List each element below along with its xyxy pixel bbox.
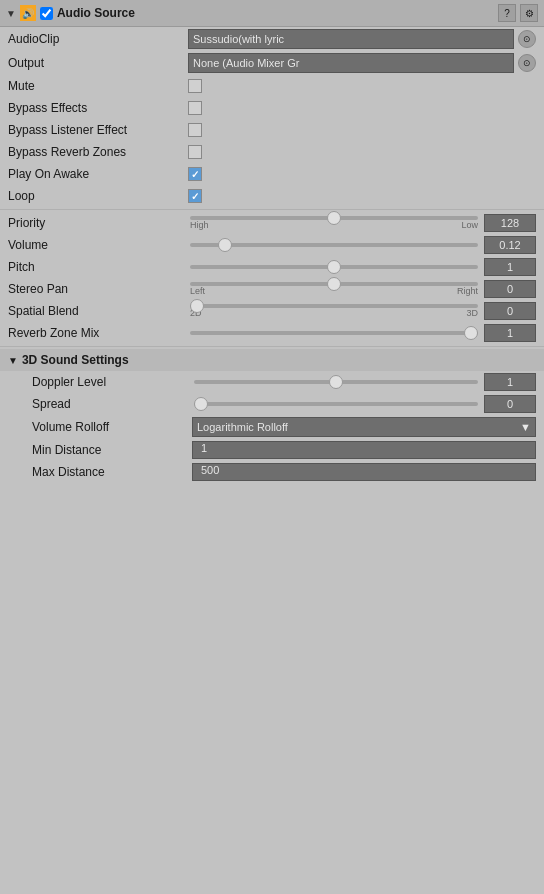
max-distance-row: Max Distance 500 xyxy=(0,461,544,483)
volume-track-row xyxy=(188,243,480,247)
audioclip-field[interactable]: Sussudio(with lyric xyxy=(188,29,514,49)
spatial-blend-control: 2D 3D 0 xyxy=(188,302,536,320)
doppler-row: Doppler Level 1 xyxy=(0,371,544,393)
priority-control: High Low 128 xyxy=(188,214,536,232)
priority-track-row xyxy=(188,216,480,220)
output-picker[interactable]: ⊙ xyxy=(518,54,536,72)
audioclip-row: AudioClip Sussudio(with lyric ⊙ xyxy=(0,27,544,51)
pitch-row: Pitch 1 xyxy=(0,256,544,278)
reverb-zone-value[interactable]: 1 xyxy=(484,324,536,342)
volume-thumb[interactable] xyxy=(218,238,232,252)
volume-slider-container xyxy=(188,243,480,247)
spatial-blend-track[interactable] xyxy=(190,304,478,308)
volume-row: Volume 0.12 xyxy=(0,234,544,256)
loop-checkbox[interactable]: ✓ xyxy=(188,189,202,203)
doppler-thumb[interactable] xyxy=(329,375,343,389)
stereo-pan-value[interactable]: 0 xyxy=(484,280,536,298)
loop-checkmark-icon: ✓ xyxy=(191,191,199,202)
spread-track[interactable] xyxy=(194,402,478,406)
stereo-pan-track-row xyxy=(188,282,480,286)
doppler-track[interactable] xyxy=(194,380,478,384)
stereo-pan-track[interactable] xyxy=(190,282,478,286)
volume-rolloff-row: Volume Rolloff Logarithmic Rolloff ▼ xyxy=(0,415,544,439)
volume-rolloff-field[interactable]: Logarithmic Rolloff ▼ xyxy=(192,417,536,437)
sound3d-title: 3D Sound Settings xyxy=(22,353,129,367)
min-distance-input[interactable]: 1 xyxy=(192,441,536,459)
collapse-arrow[interactable]: ▼ xyxy=(6,8,16,19)
bypass-listener-checkbox[interactable] xyxy=(188,123,202,137)
spread-track-row xyxy=(192,402,480,406)
spatial-blend-row: Spatial Blend 2D 3D 0 xyxy=(0,300,544,322)
stereo-pan-label: Stereo Pan xyxy=(8,282,188,296)
pitch-label: Pitch xyxy=(8,260,188,274)
spatial-blend-max-label: 3D xyxy=(466,308,478,318)
audio-source-panel: ▼ 🔊 Audio Source ? ⚙ AudioClip Sussudio(… xyxy=(0,0,544,483)
doppler-track-row xyxy=(192,380,480,384)
mute-label: Mute xyxy=(8,79,188,93)
dropdown-arrow-icon: ▼ xyxy=(520,421,531,433)
audioclip-control: Sussudio(with lyric ⊙ xyxy=(188,29,536,49)
checkmark-icon: ✓ xyxy=(191,169,199,180)
max-distance-input[interactable]: 500 xyxy=(192,463,536,481)
spatial-blend-labels: 2D 3D xyxy=(188,308,480,318)
settings-button[interactable]: ⚙ xyxy=(520,4,538,22)
volume-value[interactable]: 0.12 xyxy=(484,236,536,254)
spatial-blend-slider-container: 2D 3D xyxy=(188,304,480,318)
audio-icon: 🔊 xyxy=(20,5,36,21)
volume-rolloff-control: Logarithmic Rolloff ▼ xyxy=(192,417,536,437)
output-label: Output xyxy=(8,56,188,70)
divider-2 xyxy=(0,346,544,347)
priority-slider-container: High Low xyxy=(188,216,480,230)
min-distance-value: 1 xyxy=(197,440,211,456)
spread-thumb[interactable] xyxy=(194,397,208,411)
audioclip-value: Sussudio(with lyric xyxy=(193,33,284,45)
spread-control: 0 xyxy=(192,395,536,413)
output-control: None (Audio Mixer Gr ⊙ xyxy=(188,53,536,73)
audioclip-picker[interactable]: ⊙ xyxy=(518,30,536,48)
play-on-awake-checkbox[interactable]: ✓ xyxy=(188,167,202,181)
reverb-zone-row: Reverb Zone Mix 1 xyxy=(0,322,544,344)
reverb-zone-track-row xyxy=(188,331,480,335)
bypass-reverb-row: Bypass Reverb Zones xyxy=(0,141,544,163)
pitch-thumb[interactable] xyxy=(327,260,341,274)
pitch-track[interactable] xyxy=(190,265,478,269)
mute-checkbox[interactable] xyxy=(188,79,202,93)
spatial-blend-thumb[interactable] xyxy=(190,299,204,313)
pitch-value[interactable]: 1 xyxy=(484,258,536,276)
component-enabled-checkbox[interactable] xyxy=(40,7,53,20)
bypass-reverb-checkbox[interactable] xyxy=(188,145,202,159)
sound3d-section-header[interactable]: ▼ 3D Sound Settings xyxy=(0,349,544,371)
priority-track[interactable] xyxy=(190,216,478,220)
bypass-reverb-control xyxy=(188,145,536,159)
play-on-awake-row: Play On Awake ✓ xyxy=(0,163,544,185)
loop-label: Loop xyxy=(8,189,188,203)
spread-value[interactable]: 0 xyxy=(484,395,536,413)
min-distance-label: Min Distance xyxy=(32,443,192,457)
pitch-track-row xyxy=(188,265,480,269)
bypass-effects-checkbox[interactable] xyxy=(188,101,202,115)
spatial-blend-track-row xyxy=(188,304,480,308)
priority-thumb[interactable] xyxy=(327,211,341,225)
doppler-slider-container xyxy=(192,380,480,384)
bypass-effects-control xyxy=(188,101,536,115)
spatial-blend-value[interactable]: 0 xyxy=(484,302,536,320)
divider-1 xyxy=(0,209,544,210)
volume-track[interactable] xyxy=(190,243,478,247)
stereo-pan-thumb[interactable] xyxy=(327,277,341,291)
sound3d-arrow: ▼ xyxy=(8,355,18,366)
output-field[interactable]: None (Audio Mixer Gr xyxy=(188,53,514,73)
doppler-value[interactable]: 1 xyxy=(484,373,536,391)
output-value: None (Audio Mixer Gr xyxy=(193,57,299,69)
reverb-zone-track[interactable] xyxy=(190,331,478,335)
volume-rolloff-label: Volume Rolloff xyxy=(32,420,192,434)
priority-row: Priority High Low 128 xyxy=(0,212,544,234)
audioclip-label: AudioClip xyxy=(8,32,188,46)
priority-value[interactable]: 128 xyxy=(484,214,536,232)
pitch-slider-container xyxy=(188,265,480,269)
reverb-zone-thumb[interactable] xyxy=(464,326,478,340)
max-distance-control: 500 xyxy=(192,463,536,481)
bypass-listener-row: Bypass Listener Effect xyxy=(0,119,544,141)
bypass-listener-control xyxy=(188,123,536,137)
help-button[interactable]: ? xyxy=(498,4,516,22)
component-title: Audio Source xyxy=(57,6,494,20)
